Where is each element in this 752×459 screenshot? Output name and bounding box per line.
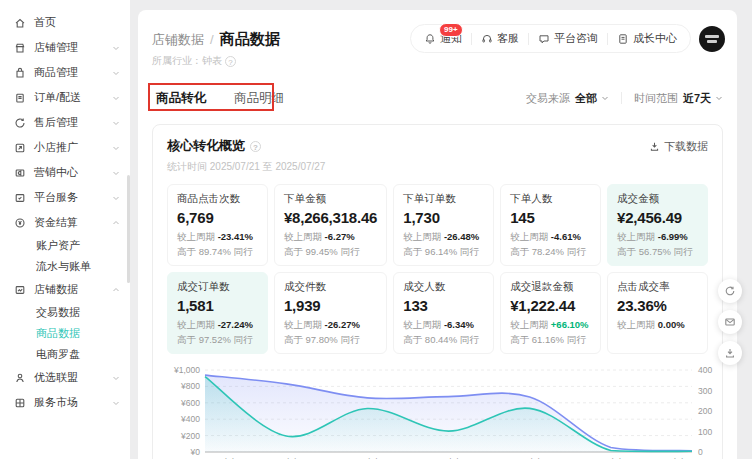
card-title-row: 核心转化概览 (167, 137, 261, 155)
stat-card-click-conversion[interactable]: 点击成交率 23.36% 较上周期 0.00% (607, 272, 708, 354)
home-icon (14, 17, 26, 29)
sidebar-item-alliance[interactable]: 优选联盟 (0, 365, 130, 390)
stat-peer: 高于 97.80% 同行 (284, 334, 377, 347)
industry-line: 所属行业：钟表 (152, 54, 723, 68)
sidebar-item-compass[interactable]: 电商罗盘 (0, 344, 130, 365)
svg-text:300: 300 (698, 386, 712, 396)
sidebar-item-platform-service[interactable]: 平台服务 (0, 185, 130, 210)
stat-card-order-count[interactable]: 下单订单数 1,730 较上周期 -26.48% 高于 96.14% 同行 (393, 184, 494, 266)
headset-icon (481, 33, 493, 45)
sidebar-item-promotion[interactable]: 小店推广 (0, 135, 130, 160)
sidebar-item-goods-data[interactable]: 商品数据 (0, 323, 130, 344)
growth-center-button[interactable]: 成长中心 (608, 31, 686, 46)
tab-goods-detail[interactable]: 商品明细 (234, 90, 284, 107)
stat-card-deal-users[interactable]: 成交人数 133 较上周期 -6.34% 高于 80.44% 同行 (393, 272, 494, 354)
time-range-label: 时间范围 (634, 91, 678, 106)
chevron-down-icon[interactable] (715, 94, 723, 102)
sidebar-item-statements[interactable]: 流水与账单 (0, 256, 130, 277)
trade-source-value[interactable]: 全部 (575, 91, 597, 106)
stat-peer: 高于 99.45% 同行 (284, 246, 377, 259)
stat-card-deal-amount[interactable]: 成交金额 ¥2,456.49 较上周期 -6.99% 高于 56.75% 同行 (607, 184, 708, 266)
sidebar-item-shop-manage[interactable]: 店铺管理 (0, 35, 130, 60)
sidebar: 首页 店铺管理 商品管理 订单/配送 售后管理 小店推广 (0, 0, 130, 459)
stat-value: 1,581 (177, 297, 258, 314)
stat-delta: 较上周期 -23.41% (177, 231, 258, 244)
stat-peer: 高于 61.16% 同行 (510, 334, 591, 347)
chevron-down-icon (112, 69, 120, 77)
stat-delta: 较上周期 +66.10% (510, 319, 591, 332)
time-range-value[interactable]: 近7天 (683, 91, 711, 106)
notification-button[interactable]: 通知 99+ (415, 31, 471, 46)
stat-delta: 较上周期 -26.48% (403, 231, 484, 244)
platform-consult-button[interactable]: 平台咨询 (529, 31, 607, 46)
sidebar-item-label: 订单/配送 (34, 90, 112, 105)
sidebar-item-account-assets[interactable]: 账户资产 (0, 235, 130, 256)
stat-delta: 较上周期 -26.27% (284, 319, 377, 332)
core-conversion-card: 核心转化概览 下载数据 统计时间 2025/07/21 至 2025/07/27… (152, 124, 723, 459)
stat-delta: 较上周期 -4.61% (510, 231, 591, 244)
sidebar-item-aftersale[interactable]: 售后管理 (0, 110, 130, 135)
sidebar-item-trade-data[interactable]: 交易数据 (0, 302, 130, 323)
chevron-up-icon (112, 286, 120, 294)
export-button[interactable] (718, 341, 742, 365)
stat-label: 下单人数 (510, 192, 591, 206)
stat-value: 6,769 (177, 209, 258, 226)
stat-peer: 高于 97.52% 同行 (177, 334, 258, 347)
customer-service-button[interactable]: 客服 (472, 31, 528, 46)
avatar[interactable] (699, 26, 725, 52)
svg-text:0: 0 (698, 447, 703, 457)
tab-goods-conversion[interactable]: 商品转化 (156, 90, 206, 107)
sidebar-item-service-market[interactable]: 服务市场 (0, 390, 130, 415)
sidebar-item-funds[interactable]: 资金结算 (0, 210, 130, 235)
stat-label: 点击成交率 (617, 280, 698, 294)
trend-chart: ¥1,000¥800¥600¥400¥200¥04003002001000202… (167, 362, 708, 459)
topbar-pill: 通知 99+ 客服 平台咨询 成长中心 (410, 24, 691, 53)
stat-label: 商品点击次数 (177, 192, 258, 206)
chat-bubble-icon (538, 33, 550, 45)
stat-card-refund-amount[interactable]: 成交退款金额 ¥1,222.44 较上周期 +66.10% 高于 61.16% … (500, 272, 601, 354)
chevron-down-icon (112, 44, 120, 52)
promotion-icon (14, 142, 26, 154)
sidebar-item-home[interactable]: 首页 (0, 10, 130, 35)
stat-card-order-amount[interactable]: 下单金额 ¥8,266,318.46 较上周期 -6.27% 高于 99.45%… (274, 184, 387, 266)
sidebar-item-shop-data[interactable]: 店铺数据 (0, 277, 130, 302)
feedback-button[interactable] (718, 310, 742, 334)
sidebar-scrollbar[interactable] (127, 175, 130, 283)
stat-delta: 较上周期 0.00% (617, 319, 698, 332)
tabs-row: 商品转化 商品明细 交易来源 全部 时间范围 近7天 (152, 86, 723, 110)
sidebar-item-goods-manage[interactable]: 商品管理 (0, 60, 130, 85)
market-icon (14, 397, 26, 409)
stat-card-product-clicks[interactable]: 商品点击次数 6,769 较上周期 -23.41% 高于 89.74% 同行 (167, 184, 268, 266)
stat-card-order-users[interactable]: 下单人数 145 较上周期 -4.61% 高于 78.24% 同行 (500, 184, 601, 266)
stat-value: ¥2,456.49 (617, 209, 698, 226)
svg-text:¥600: ¥600 (180, 398, 200, 408)
download-data-button[interactable]: 下载数据 (649, 139, 708, 154)
sidebar-item-marketing[interactable]: 营销中心 (0, 160, 130, 185)
sidebar-item-label: 售后管理 (34, 115, 112, 130)
stat-card-deal-items[interactable]: 成交件数 1,939 较上周期 -26.27% 高于 97.80% 同行 (274, 272, 387, 354)
stat-value: 133 (403, 297, 484, 314)
topbar: 通知 99+ 客服 平台咨询 成长中心 (410, 24, 725, 53)
order-icon (14, 92, 26, 104)
help-icon[interactable] (250, 141, 261, 152)
stat-card-deal-orders[interactable]: 成交订单数 1,581 较上周期 -27.24% 高于 97.52% 同行 (167, 272, 268, 354)
divider (621, 92, 622, 104)
chevron-up-icon (112, 219, 120, 227)
document-icon (617, 33, 629, 45)
refresh-button[interactable] (718, 279, 742, 303)
stat-value: 1,730 (403, 209, 484, 226)
line-chart[interactable]: ¥1,000¥800¥600¥400¥200¥04003002001000202… (167, 362, 722, 459)
info-icon[interactable] (225, 56, 236, 67)
sidebar-item-label: 平台服务 (34, 190, 112, 205)
stat-value: 1,939 (284, 297, 377, 314)
breadcrumb-parent[interactable]: 店铺数据 (152, 31, 204, 49)
sidebar-item-orders[interactable]: 订单/配送 (0, 85, 130, 110)
chevron-down-icon[interactable] (601, 94, 609, 102)
svg-text:¥1,000: ¥1,000 (173, 365, 200, 375)
sidebar-subitem-label: 账户资产 (36, 239, 80, 251)
filters: 交易来源 全部 时间范围 近7天 (526, 91, 723, 106)
card-header: 核心转化概览 下载数据 (167, 137, 708, 155)
bell-icon (424, 33, 436, 45)
svg-text:¥0: ¥0 (190, 447, 201, 457)
aftersale-icon (14, 117, 26, 129)
